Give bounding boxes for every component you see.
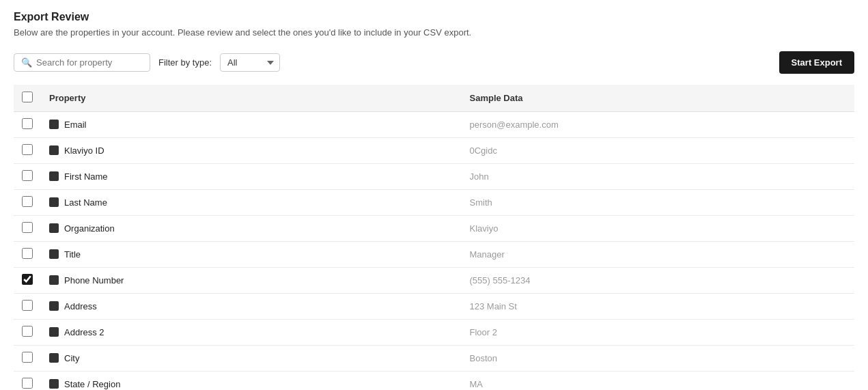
table-row: Phone Number(555) 555-1234	[14, 268, 854, 294]
row-property-name: First Name	[41, 164, 462, 190]
checkbox-address[interactable]	[22, 300, 33, 311]
property-label: Organization	[64, 224, 115, 234]
checkbox-last-name[interactable]	[22, 196, 33, 207]
property-label: State / Region	[64, 380, 120, 390]
checkbox-first-name[interactable]	[22, 170, 33, 181]
header-checkbox-cell	[14, 85, 41, 112]
table-row: Address123 Main St	[14, 294, 854, 320]
property-type-icon	[49, 379, 59, 389]
row-checkbox-cell	[14, 138, 41, 164]
table-row: Last NameSmith	[14, 190, 854, 216]
table-row: Klaviyo ID0Cgidc	[14, 138, 854, 164]
property-type-icon	[49, 145, 59, 155]
checkbox-city[interactable]	[22, 352, 33, 363]
row-checkbox-cell	[14, 268, 41, 294]
row-checkbox-cell	[14, 320, 41, 346]
row-checkbox-cell	[14, 216, 41, 242]
row-property-name: City	[41, 346, 462, 372]
property-label: First Name	[64, 172, 108, 182]
checkbox-state-region[interactable]	[22, 378, 33, 389]
checkbox-klaviyo-id[interactable]	[22, 144, 33, 155]
table-row: Emailperson@example.com	[14, 112, 854, 138]
search-icon: 🔍	[21, 57, 32, 68]
property-label: Title	[64, 250, 81, 260]
row-checkbox-cell	[14, 242, 41, 268]
checkbox-title[interactable]	[22, 248, 33, 259]
filter-select[interactable]: AllStringNumberBooleanDate	[220, 53, 280, 72]
property-type-icon	[49, 120, 59, 129]
table-row: CityBoston	[14, 346, 854, 372]
property-type-icon	[49, 327, 59, 337]
row-sample-data: John	[462, 164, 855, 190]
property-type-icon	[49, 353, 59, 363]
row-property-name: Address	[41, 294, 462, 320]
row-sample-data: (555) 555-1234	[462, 268, 855, 294]
filter-label: Filter by type:	[158, 57, 212, 68]
property-label: Klaviyo ID	[64, 146, 104, 156]
row-checkbox-cell	[14, 190, 41, 216]
row-checkbox-cell	[14, 164, 41, 190]
property-type-icon	[49, 223, 59, 233]
header-property: Property	[41, 85, 462, 112]
table-row: State / RegionMA	[14, 372, 854, 391]
row-sample-data: MA	[462, 372, 855, 391]
row-property-name: Phone Number	[41, 268, 462, 294]
start-export-button[interactable]: Start Export	[779, 51, 854, 74]
checkbox-organization[interactable]	[22, 222, 33, 233]
row-checkbox-cell	[14, 294, 41, 320]
page-title: Export Review	[14, 11, 854, 23]
select-all-checkbox[interactable]	[22, 92, 33, 102]
table-row: OrganizationKlaviyo	[14, 216, 854, 242]
table-row: Address 2Floor 2	[14, 320, 854, 346]
properties-table: Property Sample Data Emailperson@example…	[14, 85, 854, 390]
table-row: TitleManager	[14, 242, 854, 268]
property-label: Address 2	[64, 328, 104, 338]
row-sample-data: 123 Main St	[462, 294, 855, 320]
property-label: Phone Number	[64, 276, 124, 286]
row-sample-data: Floor 2	[462, 320, 855, 346]
property-label: Email	[64, 120, 87, 130]
table-row: First NameJohn	[14, 164, 854, 190]
property-type-icon	[49, 249, 59, 259]
search-box: 🔍	[14, 53, 150, 72]
row-property-name: Email	[41, 112, 462, 138]
row-sample-data: Klaviyo	[462, 216, 855, 242]
property-label: City	[64, 354, 79, 364]
row-property-name: Organization	[41, 216, 462, 242]
page-subtitle: Below are the properties in your account…	[14, 27, 854, 38]
toolbar: 🔍 Filter by type: AllStringNumberBoolean…	[14, 51, 854, 74]
row-sample-data: person@example.com	[462, 112, 855, 138]
table-header-row: Property Sample Data	[14, 85, 854, 112]
row-property-name: State / Region	[41, 372, 462, 391]
checkbox-phone-number[interactable]	[22, 274, 33, 285]
row-property-name: Title	[41, 242, 462, 268]
row-property-name: Address 2	[41, 320, 462, 346]
row-property-name: Klaviyo ID	[41, 138, 462, 164]
row-sample-data: Manager	[462, 242, 855, 268]
property-type-icon	[49, 197, 59, 207]
row-checkbox-cell	[14, 112, 41, 138]
checkbox-address-2[interactable]	[22, 326, 33, 337]
search-input[interactable]	[36, 57, 143, 68]
row-sample-data: Smith	[462, 190, 855, 216]
row-property-name: Last Name	[41, 190, 462, 216]
header-sample: Sample Data	[462, 85, 855, 112]
property-type-icon	[49, 301, 59, 311]
row-checkbox-cell	[14, 346, 41, 372]
page-container: Export Review Below are the properties i…	[0, 0, 868, 390]
property-type-icon	[49, 275, 59, 285]
row-sample-data: Boston	[462, 346, 855, 372]
property-label: Last Name	[64, 198, 107, 208]
checkbox-email[interactable]	[22, 118, 33, 129]
property-label: Address	[64, 302, 97, 312]
row-sample-data: 0Cgidc	[462, 138, 855, 164]
row-checkbox-cell	[14, 372, 41, 391]
property-type-icon	[49, 171, 59, 181]
table-body: Emailperson@example.comKlaviyo ID0CgidcF…	[14, 112, 854, 391]
